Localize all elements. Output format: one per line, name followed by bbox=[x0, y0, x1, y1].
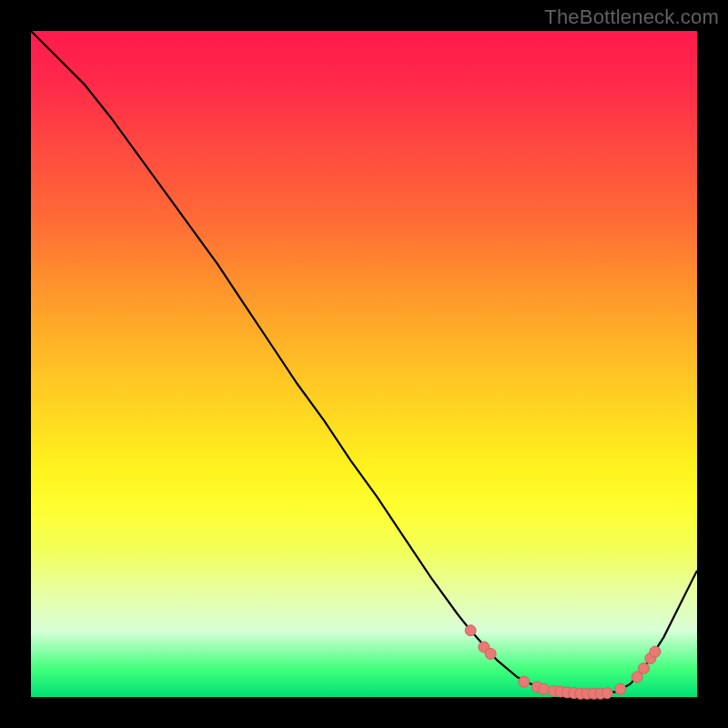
watermark-text: TheBottleneck.com bbox=[544, 5, 719, 29]
curve-marker bbox=[638, 663, 649, 674]
marker-group bbox=[465, 625, 661, 700]
chart-svg bbox=[31, 31, 697, 697]
curve-marker bbox=[650, 646, 661, 657]
curve-marker bbox=[465, 625, 476, 636]
curve-marker bbox=[615, 683, 626, 694]
curve-marker bbox=[602, 688, 612, 699]
curve-marker bbox=[539, 683, 550, 694]
bottleneck-curve bbox=[31, 31, 697, 693]
curve-marker bbox=[485, 648, 496, 659]
curve-marker bbox=[519, 676, 530, 687]
